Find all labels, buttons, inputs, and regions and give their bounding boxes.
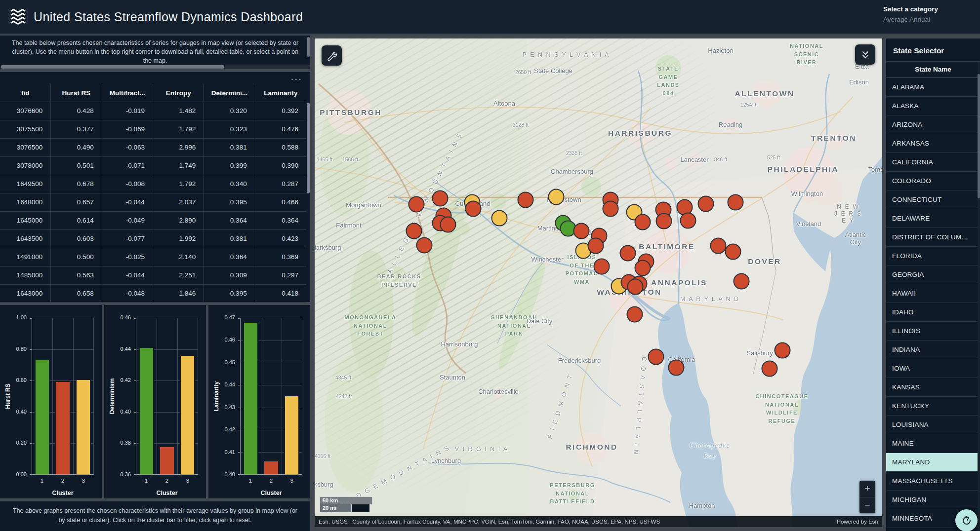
gauge-marker-red[interactable]	[635, 260, 651, 276]
table-menu-ellipsis-icon[interactable]: ...	[290, 71, 302, 82]
table-cell-r6-c2[interactable]: -0.049	[102, 212, 153, 230]
table-cell-r3-c0[interactable]: 3078000	[0, 157, 51, 175]
table-cell-r5-c5[interactable]: 0.466	[255, 193, 306, 212]
gauge-marker-red[interactable]	[406, 223, 422, 239]
gauge-marker-red[interactable]	[668, 360, 685, 376]
table-cell-r0-c0[interactable]: 3076600	[0, 102, 51, 120]
zoom-out-button[interactable]: −	[859, 497, 875, 514]
state-name-column-header[interactable]: State Name	[886, 62, 980, 78]
table-cell-r4-c3[interactable]: 1.792	[153, 175, 204, 193]
gauge-marker-red[interactable]	[698, 196, 714, 212]
table-cell-r0-c1[interactable]: 0.428	[51, 102, 102, 120]
table-cell-r2-c3[interactable]: 2.996	[153, 139, 204, 157]
state-row-arkansas[interactable]: ARKANSAS	[886, 134, 980, 153]
table-vertical-scrollbar[interactable]	[307, 103, 310, 320]
table-cell-r4-c4[interactable]: 0.340	[204, 175, 255, 193]
cluster-bar-3[interactable]	[284, 395, 299, 474]
table-cell-r0-c2[interactable]: -0.019	[102, 102, 153, 120]
table-cell-r10-c1[interactable]: 0.658	[51, 285, 102, 303]
gauge-marker-red[interactable]	[627, 306, 643, 323]
table-cell-r5-c2[interactable]: -0.044	[102, 193, 153, 212]
state-row-maryland[interactable]: MARYLAND	[886, 453, 980, 472]
cluster-bar-1[interactable]	[35, 359, 50, 474]
gauge-marker-red[interactable]	[573, 223, 590, 239]
table-cell-r2-c5[interactable]: 0.588	[255, 139, 306, 157]
cluster-bar-3[interactable]	[76, 379, 91, 474]
state-row-connecticut[interactable]: CONNECTICUT	[886, 190, 980, 209]
table-cell-r7-c4[interactable]: 0.381	[204, 230, 255, 248]
gauge-marker-red[interactable]	[518, 192, 534, 208]
gauge-marker-red[interactable]	[775, 342, 791, 359]
table-cell-r1-c2[interactable]: -0.069	[102, 120, 153, 139]
state-list-scrollbar[interactable]	[978, 62, 980, 531]
table-cell-r6-c0[interactable]: 1645000	[0, 212, 51, 230]
table-cell-r5-c3[interactable]: 2.037	[153, 193, 204, 212]
state-row-alaska[interactable]: ALASKA	[886, 97, 980, 115]
table-cell-r2-c2[interactable]: -0.063	[102, 139, 153, 157]
state-row-arizona[interactable]: ARIZONA	[886, 115, 980, 134]
gauge-marker-red[interactable]	[635, 214, 651, 230]
table-header-4[interactable]: Determini...	[204, 84, 255, 102]
cluster-bar-2[interactable]	[159, 446, 174, 474]
table-cell-r7-c3[interactable]: 1.992	[153, 230, 204, 248]
table-cell-r1-c5[interactable]: 0.476	[255, 120, 306, 139]
table-cell-r0-c3[interactable]: 1.482	[153, 102, 204, 120]
cluster-bar-1[interactable]	[243, 322, 258, 474]
state-row-colorado[interactable]: COLORADO	[886, 172, 980, 190]
table-cell-r1-c4[interactable]: 0.323	[204, 120, 255, 139]
description-horizontal-scrollbar[interactable]	[0, 65, 310, 69]
table-cell-r5-c0[interactable]: 1648000	[0, 193, 51, 212]
gauge-marker-red[interactable]	[588, 238, 604, 254]
gauge-marker-red[interactable]	[627, 279, 644, 295]
table-cell-r3-c1[interactable]: 0.501	[51, 157, 102, 175]
gauge-marker-red[interactable]	[603, 201, 619, 217]
table-cell-r3-c5[interactable]: 0.390	[255, 157, 306, 175]
table-cell-r4-c5[interactable]: 0.287	[255, 175, 306, 193]
description-vertical-scrollbar[interactable]	[307, 37, 310, 57]
map-tools-wrench-button[interactable]	[322, 45, 342, 66]
table-cell-r3-c4[interactable]: 0.399	[204, 157, 255, 175]
state-row-hawaii[interactable]: HAWAII	[886, 284, 980, 303]
table-cell-r0-c4[interactable]: 0.320	[204, 102, 255, 120]
gauge-marker-red[interactable]	[680, 213, 696, 229]
table-cell-r2-c0[interactable]: 3076500	[0, 139, 51, 157]
table-cell-r8-c3[interactable]: 2.140	[153, 248, 204, 266]
table-cell-r6-c5[interactable]: 0.364	[255, 212, 306, 230]
map-view[interactable]: P E N N S Y L V A N I AState CollegeHazl…	[315, 38, 882, 527]
gauge-marker-red[interactable]	[416, 237, 433, 254]
table-cell-r10-c5[interactable]: 0.418	[255, 285, 306, 303]
menu-waves-icon[interactable]	[8, 6, 30, 28]
state-row-alabama[interactable]: ALABAMA	[886, 78, 980, 97]
table-cell-r2-c1[interactable]: 0.490	[51, 139, 102, 157]
table-header-3[interactable]: Entropy	[153, 84, 204, 102]
table-cell-r8-c4[interactable]: 0.364	[204, 248, 255, 266]
table-cell-r1-c0[interactable]: 3075500	[0, 120, 51, 139]
table-header-2[interactable]: Multifract...	[102, 84, 153, 102]
state-row-florida[interactable]: FLORIDA	[886, 247, 980, 266]
table-header-5[interactable]: Laminarity	[255, 84, 306, 102]
table-cell-r4-c0[interactable]: 1649500	[0, 175, 51, 193]
cluster-bar-2[interactable]	[55, 381, 70, 474]
gauge-marker-red[interactable]	[408, 196, 425, 213]
table-cell-r10-c4[interactable]: 0.395	[204, 285, 255, 303]
gauge-marker-red[interactable]	[656, 213, 672, 229]
state-row-michigan[interactable]: MICHIGAN	[886, 491, 980, 509]
table-cell-r1-c3[interactable]: 1.792	[153, 120, 204, 139]
table-cell-r4-c2[interactable]: -0.008	[102, 175, 153, 193]
gauge-marker-red[interactable]	[465, 201, 482, 217]
cluster-bar-2[interactable]	[263, 460, 279, 474]
table-cell-r9-c5[interactable]: 0.297	[255, 266, 306, 285]
gauge-marker-red[interactable]	[762, 361, 778, 377]
category-selector[interactable]: Select a category Average Annual	[883, 5, 975, 23]
table-cell-r4-c1[interactable]: 0.678	[51, 175, 102, 193]
state-row-kentucky[interactable]: KENTUCKY	[886, 397, 980, 416]
reset-refresh-button[interactable]	[955, 509, 978, 531]
state-row-indiana[interactable]: INDIANA	[886, 341, 980, 359]
table-cell-r7-c2[interactable]: -0.077	[102, 230, 153, 248]
state-row-california[interactable]: CALIFORNIA	[886, 153, 980, 172]
table-cell-r1-c1[interactable]: 0.377	[51, 120, 102, 139]
table-cell-r10-c0[interactable]: 1643000	[0, 285, 51, 303]
state-row-delaware[interactable]: DELAWARE	[886, 209, 980, 228]
cluster-bar-3[interactable]	[180, 355, 195, 474]
table-header-0[interactable]: fid	[0, 84, 51, 102]
